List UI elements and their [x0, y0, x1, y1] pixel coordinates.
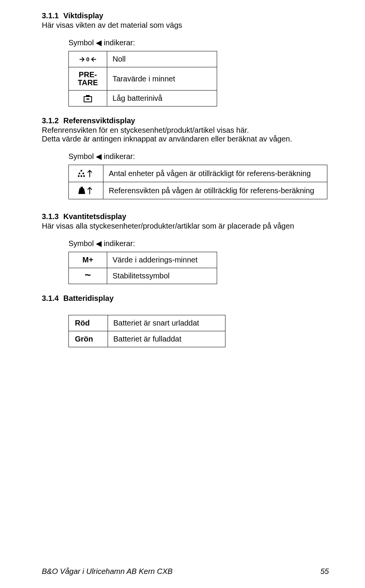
heading-number: 3.1.4 — [42, 294, 59, 302]
cell-label: Låg batterinivå — [107, 91, 217, 106]
symbol-indicates-line: Symbol ◀ indikerar: — [68, 152, 329, 161]
table-row: Referensvikten på vågen är otillräcklig … — [69, 182, 327, 199]
section-intro: Här visas vikten av det material som väg… — [42, 21, 329, 30]
kvantitet-table: M+ Värde i adderings-minnet ~ Stabilitet… — [68, 252, 217, 284]
svg-point-11 — [83, 175, 85, 177]
cell-label: Noll — [107, 51, 217, 67]
heading-3-1-1: 3.1.1Viktdisplay — [42, 11, 329, 20]
table-row: M+ Värde i adderings-minnet — [69, 252, 217, 268]
m-plus-symbol: M+ — [69, 252, 107, 268]
cell-label: Referensvikten på vågen är otillräcklig … — [103, 182, 327, 199]
symbol-indicates-line: Symbol ◀ indikerar: — [68, 38, 329, 47]
footer-source: B&O Vågar i Ulricehamn AB Kern CXB — [42, 567, 173, 576]
cell-label: Värde i adderings-minnet — [107, 252, 217, 268]
section-intro-line2: Detta värde är antingen inknappat av anv… — [42, 135, 329, 143]
svg-rect-13 — [81, 187, 83, 188]
cell-label: Batteriet är fulladdat — [108, 331, 225, 347]
cell-label: Stabilitetssymbol — [107, 268, 217, 284]
stability-tilde-symbol: ~ — [69, 268, 107, 284]
batteri-table: Röd Batteriet är snart urladdat Grön Bat… — [68, 315, 225, 347]
section-intro: Här visas alla styckesenheter/produkter/… — [42, 222, 329, 230]
heading-title: Kvantitetsdisplay — [63, 212, 126, 221]
footer-page-number: 55 — [321, 567, 329, 576]
table-row: Röd Batteriet är snart urladdat — [69, 315, 225, 331]
svg-point-7 — [79, 173, 81, 175]
table-row: Grön Batteriet är fulladdat — [69, 331, 225, 347]
svg-point-6 — [81, 170, 83, 172]
battery-low-icon — [69, 91, 107, 106]
svg-point-9 — [78, 175, 80, 177]
svg-marker-14 — [78, 188, 85, 194]
zero-arrows-icon: 0 — [69, 51, 107, 67]
svg-point-8 — [83, 173, 84, 175]
heading-number: 3.1.3 — [42, 212, 59, 221]
cell-label: Antal enheter på vågen är otillräckligt … — [103, 165, 327, 182]
heading-3-1-2: 3.1.2Referensviktdisplay — [42, 116, 329, 125]
row-tag: Röd — [69, 315, 108, 331]
heading-title: Viktdisplay — [63, 11, 103, 20]
heading-number: 3.1.1 — [42, 11, 59, 20]
heading-number: 3.1.2 — [42, 116, 59, 125]
svg-point-10 — [81, 175, 83, 177]
heading-title: Referensviktdisplay — [63, 116, 135, 125]
symbol-indicates-line: Symbol ◀ indikerar: — [68, 239, 329, 248]
table-row: ~ Stabilitetssymbol — [69, 268, 217, 284]
table-row: Antal enheter på vågen är otillräckligt … — [69, 165, 327, 182]
row-tag: Grön — [69, 331, 108, 347]
pre-tare-label: PRE- TARE — [69, 67, 107, 91]
svg-rect-5 — [86, 99, 89, 100]
sample-units-up-icon — [69, 165, 103, 182]
table-row: Låg batterinivå — [69, 91, 217, 106]
single-weight-up-icon — [69, 182, 103, 199]
viktdisplay-table: 0 Noll PRE- TARE Taravärde i minnet — [68, 51, 217, 106]
heading-title: Batteridisplay — [63, 294, 113, 302]
table-row: 0 Noll — [69, 51, 217, 67]
svg-text:0: 0 — [86, 56, 89, 62]
cell-label: Taravärde i minnet — [107, 67, 217, 91]
table-row: PRE- TARE Taravärde i minnet — [69, 67, 217, 91]
heading-3-1-4: 3.1.4Batteridisplay — [42, 294, 329, 303]
heading-3-1-3: 3.1.3Kvantitetsdisplay — [42, 212, 329, 221]
page-footer: B&O Vågar i Ulricehamn AB Kern CXB 55 — [42, 567, 329, 576]
cell-label: Batteriet är snart urladdat — [108, 315, 225, 331]
referensvikt-table: Antal enheter på vågen är otillräckligt … — [68, 165, 327, 199]
section-intro-line1: Refenrensvikten för en styckesenhet/prod… — [42, 126, 329, 135]
